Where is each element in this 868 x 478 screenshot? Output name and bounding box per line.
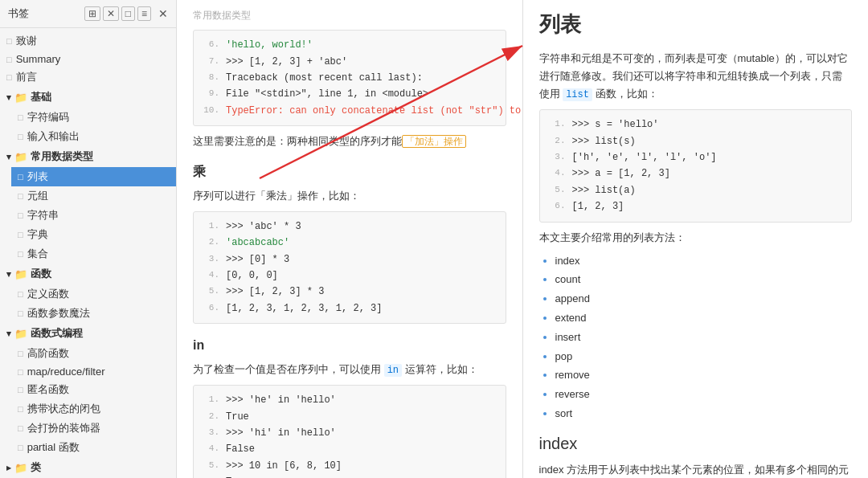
notice-highlight: 「加法」操作 <box>402 135 466 148</box>
toolbar-btn-2[interactable]: ✕ <box>103 6 119 21</box>
code-line: 2.>>> list(s) <box>550 133 842 149</box>
sidebar-item-shuruchushu[interactable]: □ 输入和输出 <box>11 127 176 146</box>
in-title: in <box>193 335 506 356</box>
doc-icon: □ <box>18 443 23 452</box>
sidebar-tree: □ 致谢 □ Summary □ 前言 ▾ 📁 基础 □ 字符编码 □ 输入和输… <box>0 28 176 478</box>
index-desc: index 方法用于从列表中找出某个元素的位置，如果有多个相同的元素，则返回第一… <box>539 461 853 478</box>
doc-icon: □ <box>18 249 23 259</box>
method-pop: pop <box>555 349 853 366</box>
right-content: 列表 字符串和元组是不可变的，而列表是可变（mutable）的，可以对它进行随意… <box>523 0 869 478</box>
folder-icon: 📁 <box>14 151 27 163</box>
code-line: 3.['h', 'e', 'l', 'l', 'o'] <box>550 149 842 165</box>
method-remove: remove <box>555 367 853 384</box>
doc-icon: □ <box>18 367 23 377</box>
sidebar-item-niming[interactable]: □ 匿名函数 <box>11 380 176 399</box>
sidebar-item-jihe[interactable]: □ 集合 <box>11 244 176 264</box>
chevron-down-icon: ▾ <box>6 329 11 339</box>
changyong-children: □ 列表 □ 元组 □ 字符串 □ 字典 □ 集合 <box>0 167 176 264</box>
notice-text: 这里需要注意的是：两种相同类型的序列才能「加法」操作 <box>193 133 506 150</box>
index-title: index <box>539 431 853 456</box>
code-line: 6.True <box>203 474 496 478</box>
sidebar-item-liebiao[interactable]: □ 列表 <box>11 167 176 186</box>
code-line: 1.>>> 'abc' * 3 <box>203 219 496 235</box>
folder-icon: 📁 <box>14 462 27 474</box>
sidebar-item-qianyan[interactable]: □ 前言 <box>0 67 176 87</box>
method-sort: sort <box>555 406 853 423</box>
sidebar-close-button[interactable]: ✕ <box>158 7 168 20</box>
sidebar-item-zifuchuan[interactable]: □ 字符串 <box>11 206 176 225</box>
sidebar-item-zifubianma[interactable]: □ 字符编码 <box>11 108 176 127</box>
sidebar-section-jichu[interactable]: ▾ 📁 基础 <box>0 87 176 108</box>
right-panel: 列表 字符串和元组是不可变的，而列表是可变（mutable）的，可以对它进行随意… <box>523 0 869 478</box>
method-count: count <box>555 272 853 288</box>
method-insert: insert <box>555 329 853 346</box>
sidebar-item-huijia[interactable]: □ 会打扮的装饰器 <box>11 419 176 438</box>
sidebar-item-gaoji-hanshu[interactable]: □ 高阶函数 <box>11 344 176 363</box>
code-line: 5.>>> [1, 2, 3] * 3 <box>203 284 496 300</box>
code-line: 1.>>> 'he' in 'hello' <box>203 392 496 408</box>
sidebar-section-lei[interactable]: ▸ 📁 类 <box>0 457 176 478</box>
sidebar-item-zhixie[interactable]: □ 致谢 <box>0 31 176 51</box>
doc-icon: □ <box>18 349 23 358</box>
doc-icon: □ <box>18 210 23 220</box>
code-block-intro: 1.>>> s = 'hello' 2.>>> list(s) 3.['h', … <box>539 109 853 222</box>
right-main-title: 列表 <box>539 8 853 42</box>
code-block-1: 6.'hello, world!' 7.>>> [1, 2, 3] + 'abc… <box>193 30 506 126</box>
code-line: 4.>>> a = [1, 2, 3] <box>550 165 842 182</box>
left-panel: 常用数据类型 6.'hello, world!' 7.>>> [1, 2, 3]… <box>177 0 523 478</box>
chevron-right-icon: ▸ <box>6 463 11 473</box>
toolbar-btn-1[interactable]: ⊞ <box>84 6 100 21</box>
sidebar-section-hanshu-shi[interactable]: ▾ 📁 函数式编程 <box>0 323 176 344</box>
folder-icon: 📁 <box>14 92 27 104</box>
code-line: 9.File "<stdin>", line 1, in <module> <box>203 86 496 102</box>
code-line: 8.Traceback (most recent call last): <box>203 70 496 86</box>
methods-intro: 本文主要介绍常用的列表方法： <box>539 229 853 247</box>
method-reverse: reverse <box>555 386 853 403</box>
code-line: 3.>>> 'hi' in 'hello' <box>203 425 496 441</box>
sidebar-item-yuanzu[interactable]: □ 元组 <box>11 186 176 206</box>
sidebar-item-daitai[interactable]: □ 携带状态的闭包 <box>11 399 176 419</box>
chevron-down-icon: ▾ <box>6 152 11 162</box>
doc-icon: □ <box>18 132 23 141</box>
doc-icon: □ <box>6 55 12 64</box>
sidebar-title: 书签 <box>8 6 29 21</box>
sidebar-item-map[interactable]: □ map/reduce/filter <box>11 363 176 380</box>
method-index: index <box>555 253 853 270</box>
sidebar-item-summary[interactable]: □ Summary <box>0 51 176 67</box>
right-intro: 字符串和元组是不可变的，而列表是可变（mutable）的，可以对它进行随意修改。… <box>539 50 853 104</box>
code-line: 6.[1, 2, 3, 1, 2, 3, 1, 2, 3] <box>203 300 496 317</box>
cheng-desc: 序列可以进行「乘法」操作，比如： <box>193 187 506 205</box>
sidebar-item-zidian[interactable]: □ 字典 <box>11 225 176 244</box>
sidebar-item-dingyihanshu[interactable]: □ 定义函数 <box>11 284 176 304</box>
sidebar: 书签 ⊞ ✕ □ ≡ ✕ □ 致谢 □ Summary □ 前言 ▾ 📁 基础 <box>0 0 177 478</box>
methods-list: index count append extend insert pop rem… <box>555 253 853 423</box>
method-extend: extend <box>555 310 853 327</box>
code-line: 10.TypeError: can only concatenate list … <box>203 103 496 119</box>
doc-icon: □ <box>18 423 23 433</box>
doc-icon: □ <box>18 191 23 201</box>
method-append: append <box>555 291 853 308</box>
doc-icon: □ <box>18 404 23 414</box>
toolbar-btn-3[interactable]: □ <box>121 6 135 21</box>
folder-icon: 📁 <box>14 328 27 340</box>
sidebar-toolbar: ⊞ ✕ □ ≡ ✕ <box>84 6 168 21</box>
doc-icon: □ <box>6 72 12 82</box>
code-line: 6.'hello, world!' <box>203 37 496 53</box>
left-content: 常用数据类型 6.'hello, world!' 7.>>> [1, 2, 3]… <box>177 0 522 478</box>
main-area: 常用数据类型 6.'hello, world!' 7.>>> [1, 2, 3]… <box>177 0 868 478</box>
code-line: 5.>>> list(a) <box>550 182 842 198</box>
folder-icon: 📁 <box>14 268 27 280</box>
sidebar-section-changyong[interactable]: ▾ 📁 常用数据类型 <box>0 146 176 167</box>
toolbar-btn-4[interactable]: ≡ <box>137 6 151 21</box>
left-section-type-title: 常用数据类型 <box>193 8 506 23</box>
sidebar-section-hanshu[interactable]: ▾ 📁 函数 <box>0 264 176 284</box>
cheng-title: 乘 <box>193 161 506 182</box>
sidebar-item-partial[interactable]: □ partial 函数 <box>11 438 176 457</box>
jichu-children: □ 字符编码 □ 输入和输出 <box>0 108 176 146</box>
sidebar-item-hanshu-canshu[interactable]: □ 函数参数魔法 <box>11 304 176 323</box>
sidebar-header: 书签 ⊞ ✕ □ ≡ ✕ <box>0 0 176 28</box>
doc-icon: □ <box>6 36 12 46</box>
code-line: 6.[1, 2, 3] <box>550 198 842 214</box>
hanshu-children: □ 定义函数 □ 函数参数魔法 <box>0 284 176 323</box>
in-desc: 为了检查一个值是否在序列中，可以使用 in 运算符，比如： <box>193 361 506 378</box>
